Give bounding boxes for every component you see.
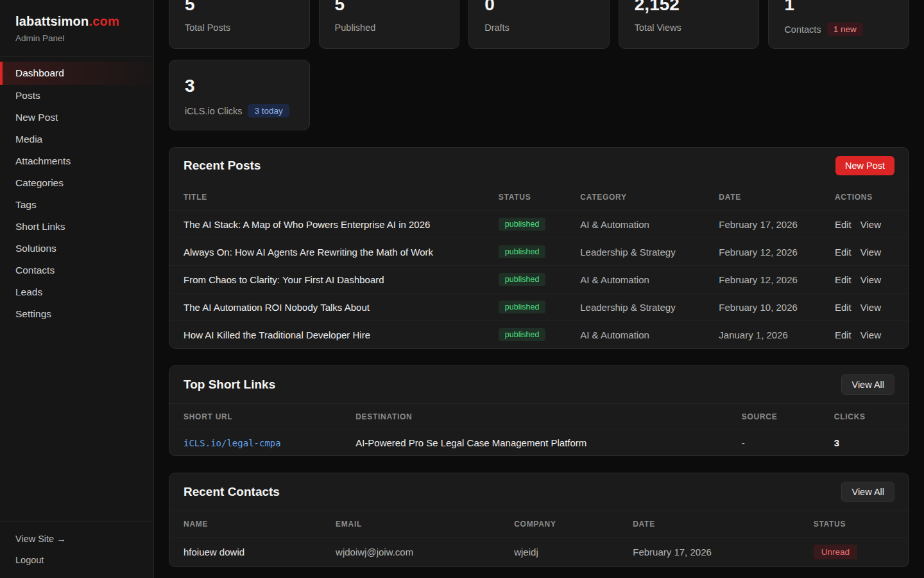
stat-card-total-views: 2,152 Total Views [619,0,760,49]
post-date: February 12, 2026 [719,240,835,265]
view-site-link[interactable]: View Site → [15,534,138,544]
status-badge: published [499,328,546,341]
edit-link[interactable]: Edit [835,219,851,230]
col-name: Name [184,511,336,537]
admin-panel-label: Admin Panel [15,33,138,43]
stat-card-total-posts: 5 Total Posts [169,0,310,49]
short-links-table-header: Short URL Destination Source Clicks [169,404,909,430]
recent-contacts-title: Recent Contacts [184,485,280,499]
edit-link[interactable]: Edit [835,274,851,285]
post-title: How AI Killed the Traditional Developer … [184,322,499,347]
top-short-links-panel: Top Short Links View All Short URL Desti… [169,365,909,456]
post-title: The AI Stack: A Map of Who Powers Enterp… [184,212,499,237]
status-badge: published [499,273,546,286]
contact-company: wjeidj [514,539,633,565]
main-content: 5 Total Posts 5 Published 0 Drafts 2,152… [154,0,924,578]
col-category: Category [580,184,719,210]
new-contacts-badge: 1 new [827,22,863,36]
posts-table-header: Title Status Category Date Actions [169,184,909,211]
contact-date: February 17, 2026 [633,539,813,565]
col-email: Email [336,511,514,537]
logout-link[interactable]: Logout [15,555,138,565]
col-date: Date [633,511,813,537]
view-link[interactable]: View [860,274,881,285]
status-badge: published [499,218,546,231]
stat-value: 2,152 [635,0,744,15]
clicks-today-badge: 3 today [248,104,289,118]
new-post-button[interactable]: New Post [835,156,894,175]
unread-badge: Unread [814,545,857,559]
view-link[interactable]: View [860,247,881,258]
sidebar-item-tags[interactable]: Tags [0,194,153,216]
sidebar-item-settings[interactable]: Settings [0,303,153,325]
site-tld: .com [89,14,119,28]
view-link[interactable]: View [860,219,881,230]
clicks-count: 3 [834,430,894,455]
stat-card-icls-clicks: 3 iCLS.io Clicks 3 today [169,60,310,130]
stat-label: Published [335,22,376,33]
edit-link[interactable]: Edit [835,329,851,340]
stat-label: Drafts [484,22,509,33]
col-short-url: Short URL [184,404,355,430]
post-category: Leadership & Strategy [580,240,719,265]
stat-value: 3 [185,76,294,96]
sidebar-item-attachments[interactable]: Attachments [0,150,153,172]
stat-label: Total Views [635,22,681,33]
site-logo: labattsimon.com [15,14,138,29]
sidebar-item-contacts[interactable]: Contacts [0,259,153,281]
stat-card-drafts: 0 Drafts [468,0,610,49]
stat-value: 5 [335,0,444,15]
sidebar-item-dashboard[interactable]: Dashboard [0,62,153,85]
edit-link[interactable]: Edit [835,302,851,313]
sidebar-item-media[interactable]: Media [0,128,153,150]
status-badge: published [499,245,546,258]
table-row: From Chaos to Clarity: Your First AI Das… [169,266,909,293]
recent-posts-title: Recent Posts [184,159,261,173]
post-date: February 17, 2026 [719,212,835,237]
post-category: Leadership & Strategy [580,295,719,320]
site-name: labattsimon [15,14,89,28]
stat-value: 0 [484,0,594,15]
contacts-view-all-button[interactable]: View All [841,482,894,502]
sidebar-item-solutions[interactable]: Solutions [0,238,153,259]
contact-email: wjdoiwj@joiw.com [336,539,514,565]
post-date: February 12, 2026 [719,267,835,292]
sidebar-item-categories[interactable]: Categories [0,172,153,194]
col-status: Status [499,184,580,210]
stat-value: 1 [784,0,893,15]
edit-link[interactable]: Edit [835,247,851,258]
recent-contacts-panel: Recent Contacts View All Name Email Comp… [169,473,909,567]
short-url-link[interactable]: iCLS.io/legal-cmpa [184,438,281,448]
post-category: AI & Automation [580,212,719,237]
col-source: Source [742,404,834,430]
stat-card-contacts: 1 Contacts 1 new [768,0,909,49]
sidebar-item-short-links[interactable]: Short Links [0,216,153,238]
table-row: Always On: How AI Agents Are Rewriting t… [169,238,909,266]
stat-label: iCLS.io Clicks [185,106,242,116]
post-category: AI & Automation [580,322,719,347]
table-row: How AI Killed the Traditional Developer … [169,321,909,348]
sidebar-footer: View Site → Logout [0,521,153,578]
sidebar-item-new-post[interactable]: New Post [0,107,153,128]
sidebar: labattsimon.com Admin Panel Dashboard Po… [0,0,154,578]
recent-posts-panel: Recent Posts New Post Title Status Categ… [169,147,909,349]
destination-text: AI-Powered Pro Se Legal Case Management … [355,430,742,455]
col-company: Company [514,511,633,537]
sidebar-item-leads[interactable]: Leads [0,281,153,303]
short-links-view-all-button[interactable]: View All [841,374,894,395]
col-status: Status [814,511,894,537]
source-text: - [742,430,834,455]
col-actions: Actions [835,184,894,210]
col-title: Title [184,184,499,210]
stat-label: Contacts [784,24,821,35]
view-link[interactable]: View [860,329,881,340]
post-date: February 10, 2026 [719,295,835,320]
table-row: The AI Automation ROI Nobody Talks About… [169,293,909,321]
view-link[interactable]: View [860,302,881,313]
brand: labattsimon.com Admin Panel [0,0,153,56]
contacts-table-header: Name Email Company Date Status [169,511,909,538]
sidebar-item-posts[interactable]: Posts [0,85,153,107]
stats-grid: 5 Total Posts 5 Published 0 Drafts 2,152… [169,0,909,130]
short-links-title: Top Short Links [184,378,275,392]
stat-label: Total Posts [185,22,230,33]
